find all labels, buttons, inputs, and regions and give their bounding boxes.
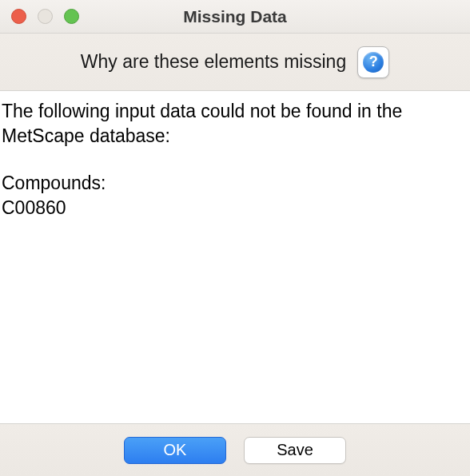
window-controls bbox=[0, 9, 79, 24]
help-button[interactable]: ? bbox=[357, 46, 389, 78]
minimize-window-button[interactable] bbox=[38, 9, 53, 24]
close-window-button[interactable] bbox=[11, 9, 26, 24]
titlebar: Missing Data bbox=[0, 0, 470, 34]
subheader: Why are these elements missing ? bbox=[0, 34, 470, 91]
intro-text: The following input data could not be fo… bbox=[2, 99, 468, 149]
help-icon: ? bbox=[363, 52, 384, 73]
subheader-prompt: Why are these elements missing bbox=[81, 51, 346, 73]
maximize-window-button[interactable] bbox=[64, 9, 79, 24]
compounds-section: Compounds: C00860 bbox=[2, 171, 468, 220]
save-button[interactable]: Save bbox=[244, 437, 346, 464]
footer: OK Save bbox=[0, 423, 470, 476]
compounds-heading: Compounds: bbox=[2, 171, 468, 196]
ok-button[interactable]: OK bbox=[124, 437, 226, 464]
content-area: The following input data could not be fo… bbox=[0, 91, 470, 423]
compound-item: C00860 bbox=[2, 196, 468, 220]
